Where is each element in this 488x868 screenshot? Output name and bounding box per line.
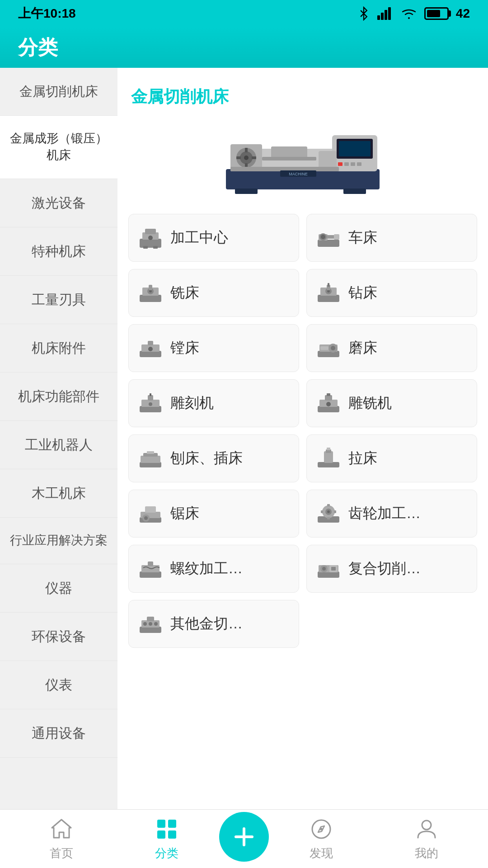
sidebar-item-instrument[interactable]: 仪器 xyxy=(0,564,117,613)
mine-icon xyxy=(414,816,439,842)
sidebar-item-tools[interactable]: 工量刃具 xyxy=(0,276,117,324)
drilling-icon xyxy=(316,280,341,306)
svg-point-104 xyxy=(143,622,147,626)
svg-rect-70 xyxy=(327,393,330,396)
grid-item-lathe[interactable]: 车床 xyxy=(306,214,477,262)
grid-item-boring[interactable]: 镗床 xyxy=(128,324,299,372)
machining-center-icon xyxy=(138,225,163,250)
other-label: 其他金切… xyxy=(170,614,243,634)
sidebar-item-metal-cutting[interactable]: 金属切削机床 xyxy=(0,68,117,116)
sidebar-item-robot[interactable]: 工业机器人 xyxy=(0,421,117,469)
nav-item-home[interactable]: 首页 xyxy=(9,816,114,861)
svg-point-38 xyxy=(321,235,325,239)
status-time: 上午10:18 xyxy=(18,5,76,22)
add-button[interactable] xyxy=(219,812,269,862)
grid-item-engraving-milling[interactable]: 雕铣机 xyxy=(306,379,477,427)
bottom-nav: 首页 分类 发现 xyxy=(0,809,488,868)
svg-rect-60 xyxy=(320,346,328,350)
grid-item-grinding[interactable]: 磨床 xyxy=(306,324,477,372)
machining-center-label: 加工中心 xyxy=(170,228,228,248)
sidebar-item-industry[interactable]: 行业应用解决方案 xyxy=(0,518,117,564)
battery-icon xyxy=(424,7,449,20)
boring-label: 镗床 xyxy=(170,338,199,358)
sidebar-item-meter[interactable]: 仪表 xyxy=(0,661,117,709)
nav-item-category[interactable]: 分类 xyxy=(114,816,220,861)
nav-mine-label: 我的 xyxy=(415,845,438,861)
svg-rect-41 xyxy=(140,295,161,302)
svg-rect-31 xyxy=(145,229,156,234)
wifi-icon xyxy=(401,7,417,20)
sawing-icon xyxy=(138,501,163,526)
grid-item-milling[interactable]: 铣床 xyxy=(128,269,299,317)
svg-rect-74 xyxy=(147,451,154,454)
grid-item-other[interactable]: 其他金切… xyxy=(128,600,299,648)
nav-item-mine[interactable]: 我的 xyxy=(374,816,479,861)
sidebar-item-woodworking[interactable]: 木工机床 xyxy=(0,469,117,518)
grid-item-thread[interactable]: 螺纹加工… xyxy=(128,545,299,593)
other-icon xyxy=(138,611,163,637)
svg-rect-91 xyxy=(334,510,336,513)
svg-rect-9 xyxy=(338,162,343,166)
svg-rect-21 xyxy=(319,151,337,169)
sidebar-item-metal-forming[interactable]: 金属成形（锻压）机床 xyxy=(0,116,117,179)
nav-category-label: 分类 xyxy=(155,845,178,861)
grid-item-planing[interactable]: 刨床、插床 xyxy=(128,434,299,482)
svg-rect-34 xyxy=(153,246,158,249)
home-icon xyxy=(49,816,74,842)
svg-rect-23 xyxy=(262,157,316,160)
svg-rect-90 xyxy=(321,510,323,513)
nav-discover-label: 发现 xyxy=(310,845,333,861)
grid-item-engraving[interactable]: 雕刻机 xyxy=(128,379,299,427)
grid-item-gear[interactable]: 齿轮加工… xyxy=(306,490,477,538)
svg-rect-40 xyxy=(334,234,339,240)
sidebar: 金属切削机床 金属成形（锻压）机床 激光设备 特种机床 工量刃具 机床附件 机床… xyxy=(0,68,117,827)
header: 分类 xyxy=(0,27,488,68)
engraving-milling-label: 雕铣机 xyxy=(348,393,392,413)
machine-illustration: MACHINE xyxy=(221,122,384,194)
thread-icon xyxy=(138,556,163,581)
sidebar-item-env[interactable]: 环保设备 xyxy=(0,613,117,661)
sidebar-item-functional[interactable]: 机床功能部件 xyxy=(0,373,117,421)
sidebar-item-general[interactable]: 通用设备 xyxy=(0,709,117,758)
category-icon xyxy=(154,816,179,842)
grid-item-sawing[interactable]: 锯床 xyxy=(128,490,299,538)
svg-rect-8 xyxy=(339,141,371,156)
svg-rect-107 xyxy=(157,820,165,828)
broaching-icon xyxy=(316,446,341,471)
boring-icon xyxy=(138,335,163,361)
engraving-icon xyxy=(138,391,163,416)
svg-rect-92 xyxy=(140,571,161,578)
svg-point-115 xyxy=(422,821,431,830)
svg-point-55 xyxy=(148,347,153,351)
nav-item-add[interactable] xyxy=(219,812,269,866)
sidebar-item-laser[interactable]: 激光设备 xyxy=(0,179,117,227)
grid-item-compound[interactable]: 复合切削… xyxy=(306,545,477,593)
nav-item-discover[interactable]: 发现 xyxy=(269,816,374,861)
svg-rect-35 xyxy=(318,240,339,247)
svg-rect-66 xyxy=(318,406,339,412)
grinding-icon xyxy=(316,335,341,361)
lathe-icon xyxy=(316,225,341,250)
svg-rect-83 xyxy=(145,506,156,513)
status-bar: 上午10:18 42 xyxy=(0,0,488,27)
sawing-label: 锯床 xyxy=(170,504,199,524)
svg-rect-101 xyxy=(140,627,161,633)
grid-item-broaching[interactable]: 拉床 xyxy=(306,434,477,482)
svg-rect-20 xyxy=(252,156,256,159)
broaching-label: 拉床 xyxy=(348,448,377,468)
svg-rect-100 xyxy=(331,567,336,571)
grinding-label: 磨床 xyxy=(348,338,377,358)
grid-item-machining-center[interactable]: 加工中心 xyxy=(128,214,299,262)
grid-item-drilling[interactable]: 钻床 xyxy=(306,269,477,317)
svg-point-32 xyxy=(148,236,153,240)
sidebar-item-accessories[interactable]: 机床附件 xyxy=(0,324,117,373)
milling-icon xyxy=(138,280,163,306)
sidebar-item-special[interactable]: 特种机床 xyxy=(0,227,117,276)
svg-rect-103 xyxy=(147,617,154,621)
svg-rect-56 xyxy=(318,351,339,357)
planing-label: 刨床、插床 xyxy=(170,448,243,468)
svg-point-98 xyxy=(322,567,326,571)
discover-icon xyxy=(309,816,334,842)
main-content: 金属切削机床 金属成形（锻压）机床 激光设备 特种机床 工量刃具 机床附件 机床… xyxy=(0,68,488,827)
svg-rect-12 xyxy=(357,162,361,166)
